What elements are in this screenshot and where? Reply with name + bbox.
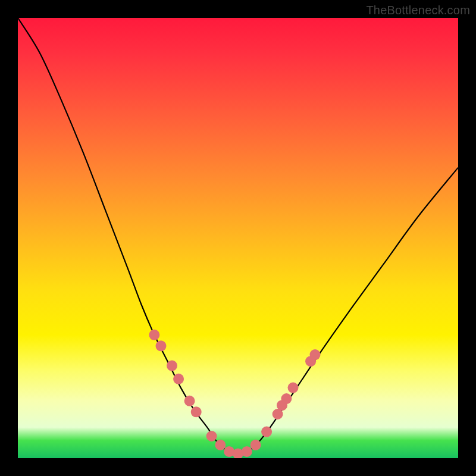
bottleneck-curve-svg bbox=[18, 18, 458, 458]
curve-marker bbox=[173, 374, 184, 384]
curve-marker bbox=[184, 396, 195, 406]
curve-marker bbox=[242, 446, 252, 457]
curve-marker bbox=[206, 431, 217, 441]
curve-marker bbox=[281, 393, 292, 404]
curve-marker bbox=[156, 340, 167, 351]
curve-marker bbox=[310, 349, 321, 360]
curve-marker bbox=[191, 406, 202, 417]
bottleneck-curve-path bbox=[18, 18, 458, 455]
curve-marker bbox=[149, 330, 159, 340]
curve-markers bbox=[149, 330, 320, 458]
watermark-text: TheBottleneck.com bbox=[366, 4, 470, 17]
curve-marker bbox=[167, 361, 177, 371]
curve-marker bbox=[288, 383, 299, 393]
curve-marker bbox=[215, 440, 226, 450]
chart-plot-area bbox=[18, 18, 458, 458]
curve-marker bbox=[261, 427, 272, 437]
curve-marker bbox=[250, 440, 261, 450]
